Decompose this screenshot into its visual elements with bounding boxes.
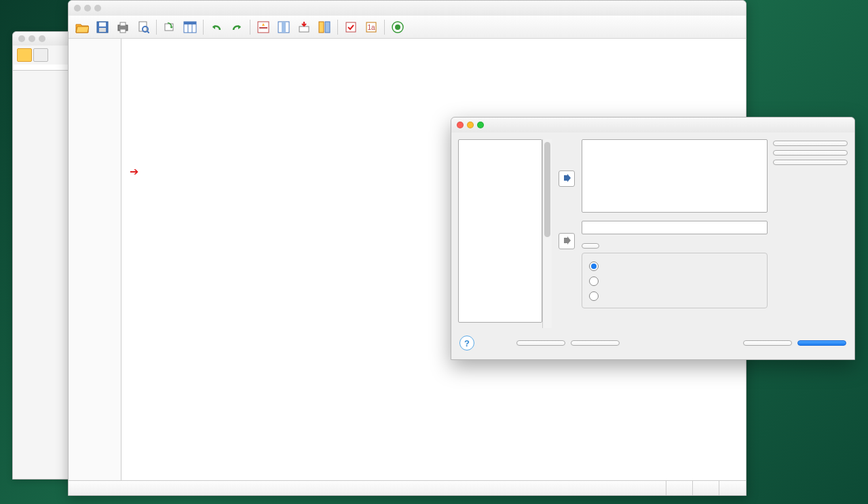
- radio-icon: [589, 276, 599, 286]
- bayesian-analysis-group: [582, 253, 768, 308]
- bayesian-dialog: ?: [451, 117, 855, 360]
- variables-scrollbar[interactable]: [542, 139, 552, 328]
- svg-rect-21: [346, 22, 356, 32]
- svg-point-25: [395, 24, 400, 30]
- goto-variable-icon[interactable]: [274, 18, 293, 36]
- print-preview-icon[interactable]: [134, 18, 153, 36]
- svg-rect-17: [282, 22, 286, 33]
- redo-icon[interactable]: [227, 18, 246, 36]
- select-cases-icon[interactable]: [341, 18, 360, 36]
- undo-icon[interactable]: [207, 18, 226, 36]
- reset-button[interactable]: [516, 340, 565, 346]
- svg-rect-15: [259, 27, 267, 29]
- print-icon[interactable]: [113, 18, 132, 36]
- open-icon[interactable]: [73, 18, 92, 36]
- svg-rect-20: [325, 22, 330, 33]
- radio-posterior[interactable]: [589, 259, 760, 274]
- current-output-arrow-icon: ➔: [130, 165, 138, 178]
- move-to-grouping-button[interactable]: [559, 233, 575, 249]
- viewer-titlebar: [69, 1, 746, 16]
- statusbar: [69, 480, 746, 495]
- cancel-button[interactable]: [743, 340, 792, 346]
- variables-listbox[interactable]: [458, 139, 542, 323]
- dialog-footer: ?: [451, 332, 854, 359]
- status-unicode: [692, 481, 706, 495]
- move-to-test-button[interactable]: [559, 170, 575, 187]
- close-icon[interactable]: [457, 122, 464, 128]
- paste-button[interactable]: [571, 340, 620, 346]
- svg-line-8: [147, 31, 149, 33]
- svg-rect-2: [99, 28, 106, 32]
- ok-button[interactable]: [797, 340, 846, 346]
- value-labels-icon[interactable]: 1a: [362, 18, 381, 36]
- recall-dialog-icon[interactable]: [160, 18, 179, 36]
- svg-rect-18: [299, 26, 309, 32]
- svg-text:1a: 1a: [367, 24, 375, 31]
- minimize-icon[interactable]: [467, 122, 474, 128]
- open-folder-icon[interactable]: [17, 48, 32, 62]
- goto-case-icon[interactable]: [254, 18, 273, 36]
- bayes-factor-button[interactable]: [773, 160, 848, 165]
- radio-both[interactable]: [589, 289, 760, 304]
- help-icon[interactable]: ?: [459, 336, 474, 350]
- output-outline[interactable]: [69, 39, 121, 480]
- grouping-variable-field[interactable]: [582, 221, 768, 234]
- goto-data-icon[interactable]: [181, 18, 200, 36]
- svg-rect-11: [184, 22, 196, 24]
- zoom-icon[interactable]: [477, 122, 484, 128]
- run-icon[interactable]: [388, 18, 407, 36]
- svg-rect-5: [120, 29, 126, 33]
- test-variables-listbox[interactable]: [582, 139, 768, 213]
- svg-rect-1: [99, 22, 106, 26]
- split-icon[interactable]: [315, 18, 334, 36]
- dialog-titlebar[interactable]: [451, 118, 854, 132]
- insert-icon[interactable]: [295, 18, 314, 36]
- define-groups-button[interactable]: [582, 243, 599, 249]
- svg-rect-19: [319, 22, 324, 33]
- status-processor: [666, 481, 680, 495]
- toolbar-icon[interactable]: [33, 48, 48, 62]
- radio-icon: [589, 291, 599, 301]
- svg-rect-4: [120, 22, 126, 26]
- criteria-button[interactable]: [773, 141, 848, 146]
- radio-bayes-factor[interactable]: [589, 274, 760, 289]
- viewer-toolbar: 1a: [69, 16, 746, 39]
- save-icon[interactable]: [93, 18, 112, 36]
- priors-button[interactable]: [773, 150, 848, 156]
- radio-icon: [589, 262, 599, 271]
